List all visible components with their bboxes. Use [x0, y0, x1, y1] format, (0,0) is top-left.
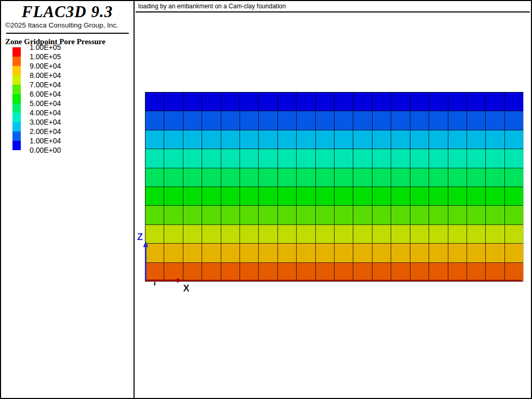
zone-cell[interactable] — [373, 263, 391, 282]
zone-cell[interactable] — [297, 111, 315, 130]
zone-cell[interactable] — [316, 111, 335, 130]
zone-cell[interactable] — [259, 225, 277, 244]
zone-cell[interactable] — [391, 244, 410, 262]
zone-cell[interactable] — [183, 111, 202, 130]
zone-cell[interactable] — [353, 130, 372, 149]
zone-cell[interactable] — [505, 206, 523, 224]
zone-cell[interactable] — [353, 111, 372, 130]
zone-cell[interactable] — [410, 168, 429, 187]
zone-cell[interactable] — [353, 187, 372, 206]
zone-cell[interactable] — [373, 187, 391, 206]
zone-cell[interactable] — [164, 111, 183, 130]
zone-cell[interactable] — [145, 263, 164, 282]
zone-cell[interactable] — [221, 168, 240, 187]
zone-cell[interactable] — [316, 225, 335, 244]
zone-cell[interactable] — [335, 130, 353, 149]
zone-cell[interactable] — [448, 111, 467, 130]
zone-cell[interactable] — [221, 244, 240, 262]
zone-cell[interactable] — [335, 92, 353, 111]
zone-cell[interactable] — [467, 168, 486, 187]
zone-cell[interactable] — [448, 244, 467, 262]
zone-cell[interactable] — [297, 149, 315, 168]
zone-cell[interactable] — [145, 92, 164, 111]
zone-cell[interactable] — [202, 130, 221, 149]
zone-cell[interactable] — [505, 187, 523, 206]
zone-cell[interactable] — [278, 149, 297, 168]
zone-cell[interactable] — [164, 130, 183, 149]
zone-cell[interactable] — [202, 225, 221, 244]
zone-cell[interactable] — [259, 206, 277, 224]
zone-cell[interactable] — [240, 92, 259, 111]
zone-cell[interactable] — [316, 168, 335, 187]
zone-cell[interactable] — [448, 225, 467, 244]
zone-cell[interactable] — [278, 111, 297, 130]
zone-cell[interactable] — [429, 130, 448, 149]
zone-cell[interactable] — [373, 92, 391, 111]
zone-cell[interactable] — [259, 168, 277, 187]
zone-cell[interactable] — [391, 225, 410, 244]
zone-cell[interactable] — [505, 92, 523, 111]
zone-cell[interactable] — [429, 111, 448, 130]
zone-cell[interactable] — [259, 263, 277, 282]
zone-cell[interactable] — [505, 168, 523, 187]
zone-cell[interactable] — [353, 225, 372, 244]
zone-cell[interactable] — [467, 130, 486, 149]
zone-cell[interactable] — [164, 187, 183, 206]
zone-cell[interactable] — [505, 225, 523, 244]
zone-cell[interactable] — [221, 206, 240, 224]
zone-cell[interactable] — [221, 130, 240, 149]
zone-cell[interactable] — [391, 149, 410, 168]
zone-cell[interactable] — [429, 206, 448, 224]
zone-cell[interactable] — [202, 149, 221, 168]
zone-cell[interactable] — [316, 149, 335, 168]
zone-cell[interactable] — [448, 206, 467, 224]
zone-cell[interactable] — [278, 130, 297, 149]
zone-cell[interactable] — [164, 263, 183, 282]
zone-cell[interactable] — [145, 149, 164, 168]
zone-cell[interactable] — [335, 111, 353, 130]
zone-cell[interactable] — [429, 225, 448, 244]
zone-cell[interactable] — [259, 149, 277, 168]
zone-cell[interactable] — [373, 168, 391, 187]
zone-cell[interactable] — [448, 168, 467, 187]
zone-cell[interactable] — [353, 263, 372, 282]
zone-cell[interactable] — [486, 206, 504, 224]
zone-cell[interactable] — [467, 149, 486, 168]
zone-cell[interactable] — [240, 225, 259, 244]
zone-cell[interactable] — [202, 263, 221, 282]
zone-cell[interactable] — [373, 149, 391, 168]
zone-cell[interactable] — [467, 206, 486, 224]
zone-cell[interactable] — [278, 263, 297, 282]
zone-cell[interactable] — [259, 92, 277, 111]
zone-cell[interactable] — [278, 244, 297, 262]
zone-cell[interactable] — [240, 244, 259, 262]
zone-cell[interactable] — [353, 244, 372, 262]
zone-cell[interactable] — [297, 206, 315, 224]
zone-cell[interactable] — [391, 92, 410, 111]
zone-cell[interactable] — [183, 225, 202, 244]
zone-cell[interactable] — [164, 225, 183, 244]
zone-cell[interactable] — [202, 187, 221, 206]
zone-cell[interactable] — [183, 149, 202, 168]
zone-cell[interactable] — [145, 225, 164, 244]
zone-cell[interactable] — [486, 168, 504, 187]
zone-cell[interactable] — [316, 206, 335, 224]
zone-cell[interactable] — [183, 263, 202, 282]
zone-cell[interactable] — [373, 225, 391, 244]
zone-cell[interactable] — [316, 92, 335, 111]
zone-cell[interactable] — [164, 244, 183, 262]
zone-cell[interactable] — [335, 206, 353, 224]
zone-cell[interactable] — [391, 130, 410, 149]
zone-cell[interactable] — [391, 263, 410, 282]
zone-cell[interactable] — [202, 168, 221, 187]
zone-cell[interactable] — [164, 149, 183, 168]
zone-cell[interactable] — [221, 263, 240, 282]
zone-cell[interactable] — [410, 149, 429, 168]
zone-cell[interactable] — [145, 130, 164, 149]
zone-cell[interactable] — [183, 168, 202, 187]
zone-cell[interactable] — [259, 187, 277, 206]
zone-cell[interactable] — [221, 149, 240, 168]
zone-cell[interactable] — [221, 187, 240, 206]
zone-cell[interactable] — [391, 168, 410, 187]
zone-cell[interactable] — [164, 168, 183, 187]
